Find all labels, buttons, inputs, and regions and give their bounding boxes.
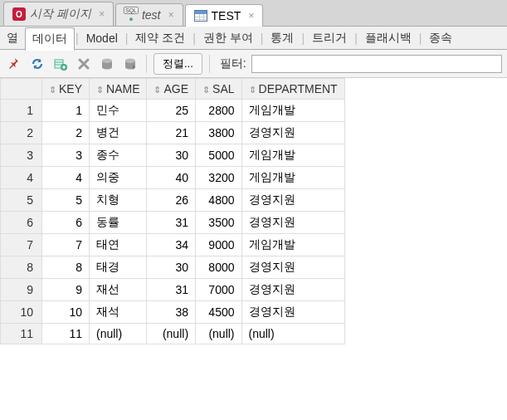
column-header-key[interactable]: ⇕KEY	[42, 79, 90, 100]
cell-department[interactable]: 경영지원	[241, 279, 344, 301]
cell-department[interactable]: 경영지원	[241, 122, 344, 144]
sub-tab-columns[interactable]: 열	[0, 27, 25, 49]
cell-sal[interactable]: (null)	[196, 324, 241, 344]
column-header-name[interactable]: ⇕NAME	[90, 79, 147, 100]
cell-sal[interactable]: 3500	[196, 212, 241, 234]
cell-age[interactable]: 31	[147, 279, 196, 301]
cell-age[interactable]: 30	[147, 256, 196, 279]
cell-age[interactable]: (null)	[147, 324, 196, 344]
table-row[interactable]: 77태연349000게임개발	[1, 234, 345, 256]
refresh-button[interactable]	[28, 55, 46, 73]
sub-tab-stats[interactable]: 통계	[264, 27, 300, 49]
sub-tab-constraints[interactable]: 제약 조건	[129, 27, 192, 49]
row-number[interactable]: 8	[1, 256, 42, 279]
table-row[interactable]: 33종수305000게임개발	[1, 144, 345, 167]
sub-tab-model[interactable]: Model	[80, 28, 124, 48]
cell-department[interactable]: 경영지원	[241, 256, 344, 279]
sub-tab-data[interactable]: 데이터	[25, 27, 75, 51]
cell-sal[interactable]: 9000	[196, 234, 241, 256]
cell-key[interactable]: 4	[42, 167, 90, 189]
table-row[interactable]: 55치형264800경영지원	[1, 189, 345, 212]
table-row[interactable]: 11민수252800게임개발	[1, 100, 345, 122]
cell-name[interactable]: 치형	[90, 189, 147, 212]
sub-tab-flashback[interactable]: 플래시백	[358, 27, 418, 49]
cell-age[interactable]: 38	[147, 301, 196, 324]
cell-department[interactable]: 게임개발	[241, 167, 344, 189]
cell-name[interactable]: 민수	[90, 100, 147, 122]
row-number[interactable]: 7	[1, 234, 42, 256]
cell-department[interactable]: 게임개발	[241, 100, 344, 122]
row-number[interactable]: 10	[1, 301, 42, 324]
cell-department[interactable]: (null)	[241, 324, 344, 344]
cell-key[interactable]: 2	[42, 122, 90, 144]
cell-name[interactable]: 종수	[90, 144, 147, 167]
table-row[interactable]: 66동률313500경영지원	[1, 212, 345, 234]
row-number[interactable]: 1	[1, 100, 42, 122]
tab-table-test[interactable]: TEST ×	[185, 4, 264, 27]
cell-name[interactable]: 재석	[90, 301, 147, 324]
cell-age[interactable]: 21	[147, 122, 196, 144]
cell-sal[interactable]: 4500	[196, 301, 241, 324]
cell-sal[interactable]: 3800	[196, 122, 241, 144]
column-header-department[interactable]: ⇕DEPARTMENT	[241, 79, 344, 100]
cell-department[interactable]: 경영지원	[241, 189, 344, 212]
cell-sal[interactable]: 3200	[196, 167, 241, 189]
sub-tab-dependencies[interactable]: 종속	[422, 27, 459, 49]
data-grid[interactable]: ⇕KEY ⇕NAME ⇕AGE ⇕SAL ⇕DEPARTMENT 11민수252…	[0, 78, 345, 344]
row-number[interactable]: 9	[1, 279, 42, 301]
row-number[interactable]: 2	[1, 122, 42, 144]
cell-department[interactable]: 경영지원	[241, 212, 344, 234]
commit-button[interactable]	[98, 55, 116, 73]
tab-start-page[interactable]: O 시작 페이지 ×	[3, 2, 114, 26]
cell-sal[interactable]: 2800	[196, 100, 241, 122]
cell-name[interactable]: (null)	[90, 324, 147, 344]
cell-name[interactable]: 병건	[90, 122, 147, 144]
cell-age[interactable]: 34	[147, 234, 196, 256]
cell-key[interactable]: 7	[42, 234, 90, 256]
cell-age[interactable]: 26	[147, 189, 196, 212]
cell-name[interactable]: 태연	[90, 234, 147, 256]
row-number[interactable]: 4	[1, 167, 42, 189]
row-number[interactable]: 5	[1, 189, 42, 212]
row-number[interactable]: 6	[1, 212, 42, 234]
close-icon[interactable]: ×	[248, 10, 254, 22]
sort-button[interactable]: 정렬...	[154, 53, 202, 75]
sub-tab-triggers[interactable]: 트리거	[305, 27, 353, 49]
cell-age[interactable]: 30	[147, 144, 196, 167]
cell-sal[interactable]: 8000	[196, 256, 241, 279]
cell-department[interactable]: 경영지원	[241, 301, 344, 324]
close-icon[interactable]: ×	[99, 8, 105, 20]
cell-key[interactable]: 6	[42, 212, 90, 234]
cell-sal[interactable]: 4800	[196, 189, 241, 212]
add-row-button[interactable]	[51, 55, 70, 73]
delete-row-button[interactable]	[75, 55, 93, 73]
cell-sal[interactable]: 7000	[196, 279, 241, 301]
table-row[interactable]: 1010재석384500경영지원	[1, 301, 345, 324]
cell-key[interactable]: 5	[42, 189, 90, 212]
sub-tab-grants[interactable]: 권한 부여	[197, 27, 260, 49]
cell-age[interactable]: 25	[147, 100, 196, 122]
cell-name[interactable]: 재선	[90, 279, 147, 301]
column-header-age[interactable]: ⇕AGE	[147, 79, 196, 100]
cell-key[interactable]: 9	[42, 279, 90, 301]
cell-key[interactable]: 3	[42, 144, 90, 167]
cell-name[interactable]: 태경	[90, 256, 147, 279]
cell-department[interactable]: 게임개발	[241, 234, 344, 256]
cell-key[interactable]: 1	[42, 100, 90, 122]
tab-sql-test[interactable]: test ×	[115, 3, 183, 26]
cell-key[interactable]: 8	[42, 256, 90, 279]
row-number[interactable]: 11	[1, 324, 42, 344]
table-row[interactable]: 88태경308000경영지원	[1, 256, 345, 279]
cell-department[interactable]: 게임개발	[241, 144, 344, 167]
table-row[interactable]: 44의중403200게임개발	[1, 167, 345, 189]
row-number[interactable]: 3	[1, 144, 42, 167]
filter-input[interactable]	[251, 55, 502, 73]
table-row[interactable]: 1111(null)(null)(null)(null)	[1, 324, 345, 344]
cell-key[interactable]: 11	[42, 324, 90, 344]
close-icon[interactable]: ×	[168, 9, 173, 21]
cell-age[interactable]: 31	[147, 212, 196, 234]
cell-key[interactable]: 10	[42, 301, 90, 324]
cell-name[interactable]: 의중	[90, 167, 147, 189]
cell-sal[interactable]: 5000	[196, 144, 241, 167]
cell-age[interactable]: 40	[147, 167, 196, 189]
